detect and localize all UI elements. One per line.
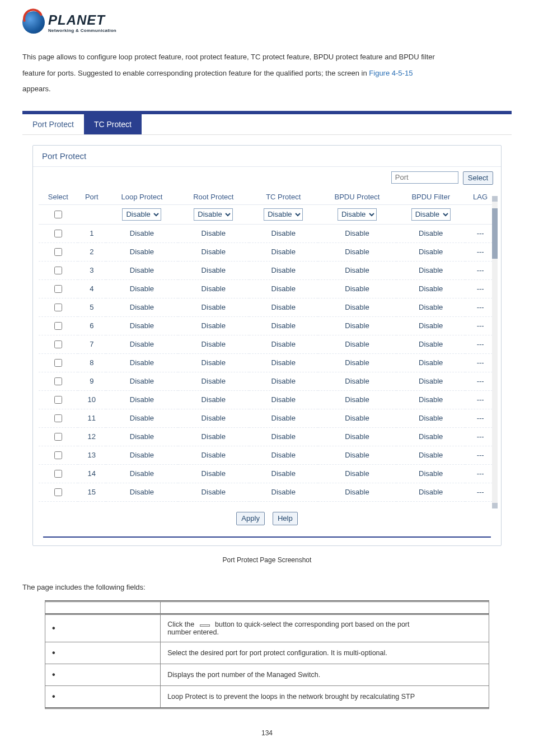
fields-header-description — [161, 601, 489, 614]
row-checkbox[interactable] — [54, 359, 62, 367]
row-checkbox[interactable] — [54, 396, 62, 404]
cell-bpdu-protect: Disable — [318, 242, 396, 261]
card-title: Port Protect — [33, 146, 501, 167]
cell-loop: Disable — [106, 242, 178, 261]
cell-tc: Disable — [249, 483, 318, 501]
cell-lag: --- — [465, 446, 495, 464]
cell-port: 12 — [78, 427, 106, 446]
cell-root: Disable — [178, 446, 249, 464]
logo-brand: PLANET — [48, 12, 116, 28]
table-row: 2DisableDisableDisableDisableDisable--- — [39, 242, 495, 261]
cell-tc: Disable — [249, 279, 318, 298]
scroll-thumb[interactable] — [492, 208, 498, 259]
table-row: 6DisableDisableDisableDisableDisable--- — [39, 316, 495, 335]
cell-tc: Disable — [249, 353, 318, 372]
scroll-up-icon[interactable] — [492, 196, 498, 202]
intro-line3: appears. — [22, 85, 51, 93]
row-checkbox[interactable] — [54, 248, 62, 256]
tab-port-protect[interactable]: Port Protect — [22, 114, 84, 134]
row-checkbox[interactable] — [54, 377, 62, 385]
fields-table: • Click the button to quick-select the c… — [45, 600, 489, 709]
row-checkbox[interactable] — [54, 322, 62, 330]
cell-bpdu-protect: Disable — [318, 427, 396, 446]
cell-root: Disable — [178, 261, 249, 279]
cell-bpdu-filter: Disable — [396, 353, 465, 372]
table-row: 8DisableDisableDisableDisableDisable--- — [39, 353, 495, 372]
row-checkbox[interactable] — [54, 340, 62, 348]
apply-button[interactable]: Apply — [236, 512, 265, 525]
cell-port: 1 — [78, 224, 106, 242]
cell-bpdu-protect: Disable — [318, 261, 396, 279]
col-bpdu-protect: BPDU Protect — [318, 189, 396, 205]
table-scrollbar[interactable] — [492, 196, 498, 508]
table-row: 9DisableDisableDisableDisableDisable--- — [39, 372, 495, 390]
fields-intro: The page includes the following fields: — [22, 583, 512, 591]
figure-reference-link[interactable]: Figure 4-5-15 — [369, 69, 413, 77]
cell-bpdu-protect: Disable — [318, 483, 396, 501]
root-protect-select[interactable]: Disable — [194, 208, 233, 221]
logo-tagline: Networking & Communication — [48, 28, 116, 33]
cell-lag: --- — [465, 298, 495, 316]
row-checkbox[interactable] — [54, 470, 62, 478]
cell-root: Disable — [178, 372, 249, 390]
loop-protect-select[interactable]: Disable — [122, 208, 161, 221]
cell-bpdu-filter: Disable — [396, 298, 465, 316]
fields-header-object — [45, 601, 161, 614]
cell-bpdu-filter: Disable — [396, 409, 465, 427]
select-all-checkbox[interactable] — [54, 211, 62, 218]
scroll-down-icon[interactable] — [492, 503, 498, 508]
col-loop-protect: Loop Protect — [106, 189, 178, 205]
cell-bpdu-filter: Disable — [396, 427, 465, 446]
row-checkbox[interactable] — [54, 230, 62, 237]
cell-bpdu-protect: Disable — [318, 372, 396, 390]
table-row: 12DisableDisableDisableDisableDisable--- — [39, 427, 495, 446]
cell-tc: Disable — [249, 446, 318, 464]
cell-bpdu-filter: Disable — [396, 335, 465, 353]
table-row: 15DisableDisableDisableDisableDisable--- — [39, 483, 495, 501]
row-checkbox[interactable] — [54, 285, 62, 293]
row-checkbox[interactable] — [54, 451, 62, 459]
cell-lag: --- — [465, 279, 495, 298]
cell-lag: --- — [465, 353, 495, 372]
select-button[interactable]: Select — [463, 171, 493, 185]
cell-bpdu-protect: Disable — [318, 298, 396, 316]
row-checkbox[interactable] — [54, 433, 62, 441]
tc-protect-select[interactable]: Disable — [264, 208, 303, 221]
desc-text: Loop Protect is to prevent the loops in … — [161, 685, 489, 708]
row-checkbox[interactable] — [54, 304, 62, 311]
row-checkbox[interactable] — [54, 414, 62, 422]
cell-bpdu-filter: Disable — [396, 316, 465, 335]
fields-row: • Displays the port number of the Manage… — [45, 664, 489, 685]
cell-loop: Disable — [106, 372, 178, 390]
cell-tc: Disable — [249, 335, 318, 353]
table-row: 13DisableDisableDisableDisableDisable--- — [39, 446, 495, 464]
cell-port: 6 — [78, 316, 106, 335]
help-button[interactable]: Help — [273, 512, 298, 525]
cell-lag: --- — [465, 224, 495, 242]
port-protect-card: Port Protect Select Select Port Loop Pro… — [32, 145, 502, 546]
cell-loop: Disable — [106, 279, 178, 298]
cell-bpdu-protect: Disable — [318, 446, 396, 464]
bullet-icon: • — [52, 648, 62, 658]
screenshot-caption: Port Protect Page Screenshot — [22, 556, 512, 564]
cell-loop: Disable — [106, 261, 178, 279]
bpdu-protect-select[interactable]: Disable — [338, 208, 377, 221]
row-checkbox[interactable] — [54, 267, 62, 274]
table-row: 14DisableDisableDisableDisableDisable--- — [39, 464, 495, 483]
desc-text: Displays the port number of the Managed … — [161, 664, 489, 685]
cell-bpdu-protect: Disable — [318, 279, 396, 298]
cell-port: 9 — [78, 372, 106, 390]
cell-port: 14 — [78, 464, 106, 483]
tab-tc-protect[interactable]: TC Protect — [84, 114, 142, 134]
col-select: Select — [39, 189, 78, 205]
logo: PLANET Networking & Communication — [22, 11, 512, 34]
page-number: 134 — [22, 729, 512, 737]
cell-bpdu-protect: Disable — [318, 409, 396, 427]
cell-tc: Disable — [249, 409, 318, 427]
col-bpdu-filter: BPDU Filter — [396, 189, 465, 205]
bpdu-filter-select[interactable]: Disable — [411, 208, 451, 221]
row-checkbox[interactable] — [54, 488, 62, 496]
cell-port: 8 — [78, 353, 106, 372]
port-input[interactable] — [391, 171, 458, 184]
cell-port: 2 — [78, 242, 106, 261]
